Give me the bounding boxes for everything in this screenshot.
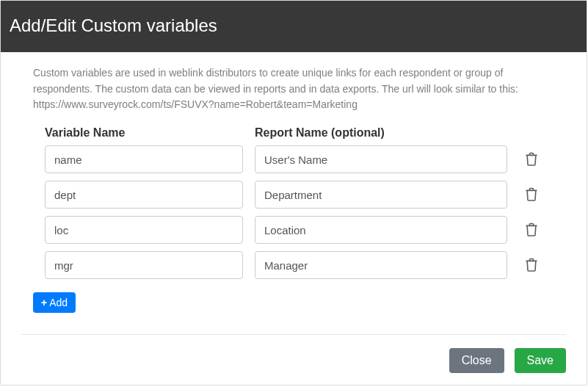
variable-name-input[interactable] xyxy=(45,181,243,209)
trash-icon xyxy=(525,223,538,237)
modal-footer: Close Save xyxy=(21,334,566,385)
variable-row xyxy=(45,251,554,279)
trash-icon xyxy=(525,152,538,167)
add-row-button[interactable]: + Add xyxy=(33,292,76,313)
modal-dialog: Add/Edit Custom variables Custom variabl… xyxy=(0,0,587,386)
variable-row xyxy=(45,145,554,173)
col-header-report: Report Name (optional) xyxy=(255,126,507,140)
delete-row-button[interactable] xyxy=(523,186,540,203)
variable-name-input[interactable] xyxy=(45,216,243,244)
delete-row-button[interactable] xyxy=(523,256,540,274)
trash-icon xyxy=(525,187,538,202)
close-button[interactable]: Close xyxy=(449,348,504,373)
variable-name-input[interactable] xyxy=(45,145,243,173)
report-name-input[interactable] xyxy=(255,145,507,173)
variables-area: Variable Name Report Name (optional) xyxy=(33,126,554,313)
report-name-input[interactable] xyxy=(255,181,507,209)
plus-icon: + xyxy=(41,297,47,308)
variable-row xyxy=(45,181,554,209)
modal-body: Custom variables are used in weblink dis… xyxy=(1,52,587,334)
delete-row-button[interactable] xyxy=(523,151,540,168)
variable-row xyxy=(45,216,554,244)
report-name-input[interactable] xyxy=(255,251,507,279)
modal-title: Add/Edit Custom variables xyxy=(10,15,217,35)
col-header-variable: Variable Name xyxy=(45,126,243,140)
add-label: Add xyxy=(49,297,68,308)
delete-row-button[interactable] xyxy=(523,221,540,239)
variable-name-input[interactable] xyxy=(45,251,243,279)
column-headers: Variable Name Report Name (optional) xyxy=(45,126,554,140)
modal-description: Custom variables are used in weblink dis… xyxy=(33,65,554,113)
trash-icon xyxy=(525,258,538,272)
modal-header: Add/Edit Custom variables xyxy=(1,1,587,52)
report-name-input[interactable] xyxy=(255,216,507,244)
save-button[interactable]: Save xyxy=(515,348,566,373)
